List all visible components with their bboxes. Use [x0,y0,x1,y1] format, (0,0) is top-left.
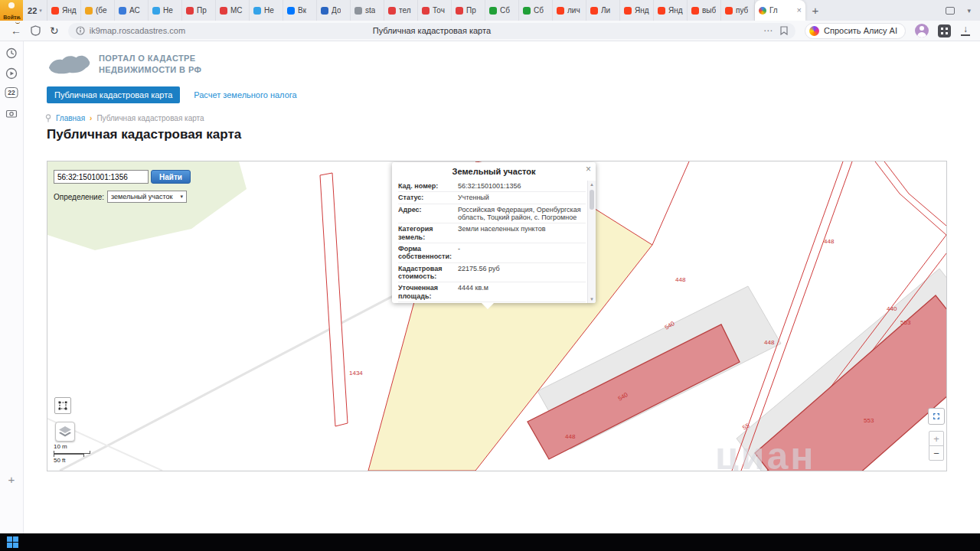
tab-counter[interactable]: 22 ▾ [23,0,47,21]
parcel-strip[interactable] [320,173,348,426]
map-filter-bar: Определение: земельный участок ▾ [54,191,187,203]
nav-tab-land-tax[interactable]: Расчет земельного налога [194,90,296,99]
close-icon[interactable]: × [586,165,591,174]
popup-row-value: - [458,245,586,261]
logo-line1: ПОРТАЛ О КАДАСТРЕ [99,53,201,64]
browser-tab[interactable]: Не [149,0,182,21]
address-bar[interactable]: ik9map.roscadastres.com Публичная кадаст… [68,23,795,39]
browser-tab[interactable]: sta [351,0,384,21]
tab-favicon [119,7,126,15]
start-logo-pane [13,543,18,548]
browser-tab[interactable]: (бе [81,0,115,21]
popup-row-value: Российская Федерация, Оренбургская облас… [458,206,586,222]
browser-tab-active[interactable]: Гл × [755,0,805,21]
collapse-tabs-icon[interactable]: ▾ [967,7,971,15]
services-grid-icon[interactable] [938,24,951,37]
scroll-up-icon[interactable]: ▲ [588,182,596,187]
url-text[interactable]: ik9map.roscadastres.com [90,26,185,35]
start-button[interactable] [7,536,18,548]
nav-tab-public-map[interactable]: Публичная кадастровая карта [47,86,180,103]
browser-tab[interactable]: Янд [47,0,81,21]
download-icon: ↓ [960,24,971,34]
area-select-icon [58,401,67,410]
start-logo-pane [13,536,18,542]
browser-tab[interactable]: Не [250,0,283,21]
browser-tab[interactable]: АС [115,0,149,21]
protect-shield-icon[interactable] [31,25,41,36]
fullscreen-icon [933,412,939,421]
tab-favicon [51,7,59,15]
browser-tab[interactable]: Точ [418,0,452,21]
popup-row: Уточненная площадь:4444 кв.м [398,282,586,302]
back-button[interactable]: ← [11,25,21,36]
more-icon[interactable]: ⋯ [763,25,773,36]
downloads-button[interactable]: ↓ [960,24,971,37]
tab-label: АС [129,6,140,15]
browser-tab[interactable]: Янд [620,0,654,21]
object-type-select[interactable]: земельный участок ▾ [107,191,187,203]
browser-profile-button[interactable]: Войти [0,0,23,21]
tabs-panel-badge[interactable]: 22 [5,87,18,98]
tab-favicon [523,7,531,15]
popup-row-value: 56:32:1501001:1356 [458,182,586,190]
search-button[interactable]: Найти [151,170,191,184]
browser-tab[interactable]: МС [216,0,250,21]
tab-label: Сб [534,6,544,15]
scroll-down-icon[interactable]: ▼ [588,297,596,302]
tab-favicon [354,7,362,15]
tab-label: Пр [197,6,207,15]
browser-tab[interactable]: Пр [182,0,216,21]
popup-row-label: Кадастровая стоимость: [398,265,453,281]
browser-tab[interactable]: тел [384,0,418,21]
popup-scrollbar[interactable]: ▲ ▼ [587,181,596,303]
popup-row-value: 22175.56 руб [458,265,586,281]
cadastral-search-input[interactable] [54,170,149,184]
video-player-icon[interactable] [5,67,18,80]
tab-panel-icon[interactable] [946,7,955,15]
popup-row-label: Уточненная площадь: [398,284,453,300]
browser-tab[interactable]: Вк [283,0,317,21]
browser-tab[interactable]: Пр [452,0,485,21]
fullscreen-button[interactable] [928,408,945,425]
tab-favicon [557,7,564,15]
browser-tab[interactable]: выб [688,0,721,21]
reload-button[interactable]: ↻ [50,25,59,36]
popup-rows: Кад. номер:56:32:1501001:1356Статус:Учте… [398,181,586,303]
tab-label: МС [230,6,243,15]
browser-tab[interactable]: Сб [519,0,553,21]
tab-favicon [725,7,733,15]
screenshot-camera-icon[interactable] [6,109,18,118]
browser-tab[interactable]: пуб [721,0,755,21]
zoom-in-button[interactable]: + [929,431,944,446]
browser-tab[interactable]: Янд [654,0,688,21]
popup-row-label: Адрес: [398,206,453,222]
layers-icon [58,425,72,438]
zoom-out-button[interactable]: − [929,445,944,461]
road-line [60,289,407,471]
tab-favicon [321,7,328,15]
tab-label: выб [702,6,716,15]
browser-tab[interactable]: лич [553,0,586,21]
browser-tab[interactable]: Ли [586,0,620,21]
tab-label: sta [365,6,375,15]
browser-tab[interactable]: Сб [485,0,519,21]
history-icon[interactable] [6,47,18,59]
scrollbar-thumb[interactable] [590,190,594,210]
popup-row-label: Кад. номер: [398,182,453,190]
tab-label: (бе [96,6,107,15]
new-tab-button[interactable]: + [805,0,825,21]
browser-tab[interactable]: До [317,0,351,21]
user-avatar[interactable] [915,24,929,37]
cadastral-map[interactable]: 143444844844844844055355354054055 циан Н… [47,161,947,471]
popup-title: Земельный участок [392,162,596,179]
tab-favicon [590,7,598,15]
layers-button[interactable] [55,422,75,442]
close-icon[interactable]: × [797,6,802,15]
ask-alice-button[interactable]: Спросить Алису AI [805,23,906,39]
breadcrumb-home-link[interactable]: Главная [56,114,85,122]
tab-label: пуб [736,6,748,15]
bookmark-icon[interactable] [780,26,788,35]
popup-row: Кадастровая стоимость:22175.56 руб [398,263,586,283]
area-select-button[interactable] [54,397,71,414]
rail-add-icon[interactable]: + [8,473,15,486]
